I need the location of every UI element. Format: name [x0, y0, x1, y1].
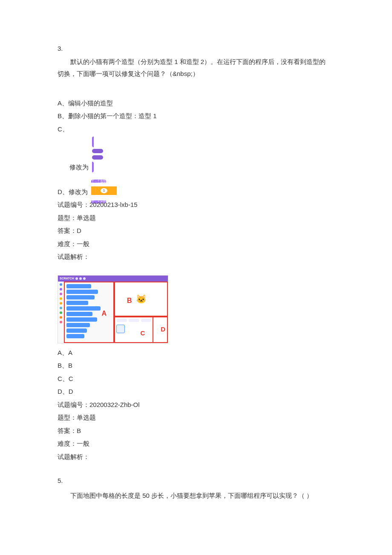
q3-option-b: B、删除小猫的第一个造型：造型 1: [58, 110, 345, 122]
scratch-block-image-c: [92, 136, 113, 173]
q5-prompt: 下面地图中每格的长度是 50 步长，小猫要想拿到苹果，下面哪组程序可以实现？（ …: [58, 490, 345, 502]
category-column: [58, 282, 64, 343]
q4-option-c: C、C: [58, 373, 345, 385]
q3-option-c: 修改为: [58, 136, 345, 173]
q3-option-d-label: D、修改为: [58, 188, 88, 195]
region-label-d: D: [161, 323, 165, 336]
cat-sprite-icon: 🐱: [136, 291, 146, 307]
q5-number: 5.: [58, 475, 345, 487]
q4-option-a: A、A: [58, 347, 345, 359]
q3-option-c-label: 修改为: [69, 163, 89, 171]
q4-meta-explanation: 试题解析：: [58, 451, 345, 463]
block-d-mid-text: 1: [101, 188, 107, 193]
q3-meta-id: 试题编号：20200213-lxb-15: [58, 199, 345, 211]
region-label-a: A: [101, 307, 107, 320]
region-label-c: C: [140, 327, 145, 340]
q3-meta-difficulty: 难度：一般: [58, 238, 345, 250]
q4-meta-id: 试题编号：20200322-Zhb-Ol: [58, 399, 345, 411]
block-d-top-text: 下一个造型: [91, 180, 106, 183]
q4-option-b: B、B: [58, 360, 345, 372]
stage-thumb-region-d: D: [153, 317, 168, 343]
scratch-block-image-d: 下一个造型 1 下一个造型: [91, 174, 117, 198]
scratch-topbar: SCRATCH: [58, 276, 168, 282]
q3-meta-explanation: 试题解析：: [58, 251, 345, 263]
q3-number: 3.: [58, 43, 345, 55]
q4-option-d: D、D: [58, 386, 345, 398]
q3-option-c-prefix: C、: [58, 123, 345, 136]
scratch-logo: SCRATCH: [60, 276, 74, 281]
region-label-b: B: [127, 294, 132, 307]
q3-option-d: D、修改为 下一个造型 1 下一个造型: [58, 174, 345, 198]
blocks-palette-region-a: A: [64, 282, 114, 343]
q3-meta-answer: 答案：D: [58, 225, 345, 237]
q3-body: 默认的小猫有两个造型（分别为造型 1 和造型 2）。在运行下面的程序后，没有看到…: [58, 56, 345, 80]
q3-prompt-line2: 切换，下面哪一项可以修复这个问题？（&nbsp;）: [58, 70, 199, 77]
q3-prompt-line1: 默认的小猫有两个造型（分别为造型 1 和造型 2）。在运行下面的程序后，没有看到…: [58, 56, 345, 68]
q4-meta-type: 题型：单选题: [58, 412, 345, 424]
q3-option-a: A、编辑小猫的造型: [58, 97, 345, 110]
q4-meta-difficulty: 难度：一般: [58, 438, 345, 450]
sprite-pane-region-c: C: [114, 317, 153, 343]
scratch-editor-screenshot: SCRATCH A: [58, 275, 168, 343]
q4-meta-answer: 答案：B: [58, 425, 345, 437]
stage-region-b: 🐱 B: [114, 282, 168, 317]
q3-options: A、编辑小猫的造型 B、删除小猫的第一个造型：造型 1 C、 修改为 D、修改为…: [58, 97, 345, 198]
q3-meta-type: 题型：单选题: [58, 212, 345, 224]
